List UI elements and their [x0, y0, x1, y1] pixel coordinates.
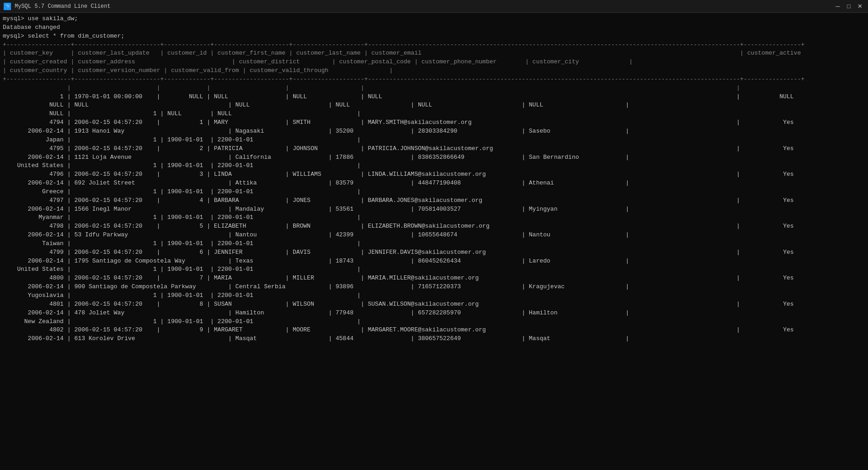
terminal-line: United States | 1 | 1900-01-01 | 2200-01…	[3, 265, 865, 274]
terminal-line: 4797 | 2006-02-15 04:57:20 | 4 | BARBARA…	[3, 196, 865, 205]
terminal-line: 4800 | 2006-02-15 04:57:20 | 7 | MARIA |…	[3, 274, 865, 283]
terminal-line: 2006-02-14 | 53 Idfu Parkway | Nantou | …	[3, 231, 865, 240]
terminal-line: 4796 | 2006-02-15 04:57:20 | 3 | LINDA |…	[3, 170, 865, 179]
terminal-line: 2006-02-14 | 478 Joliet Way | Hamilton |…	[3, 309, 865, 318]
terminal-line: Taiwan | 1 | 1900-01-01 | 2200-01-01 |	[3, 240, 865, 248]
terminal-line: 2006-02-14 | 1913 Hanoi Way | Nagasaki |…	[3, 127, 865, 136]
terminal-line: New Zealand | 1 | 1900-01-01 | 2200-01-0…	[3, 318, 865, 326]
terminal-line: | customer_country | customer_version_nu…	[3, 67, 865, 75]
title-bar-left: 🐬 MySQL 5.7 Command Line Client	[4, 3, 111, 10]
terminal-line: 2006-02-14 | 613 Korolev Drive | Masqat …	[3, 335, 865, 343]
minimize-button[interactable]: ─	[833, 2, 842, 11]
terminal-line: Myanmar | 1 | 1900-01-01 | 2200-01-01 |	[3, 213, 865, 222]
terminal-line: 2006-02-14 | 692 Joliet Street | Attika …	[3, 179, 865, 188]
terminal-line: | customer_created | customer_address | …	[3, 58, 865, 67]
terminal-line: Japan | 1 | 1900-01-01 | 2200-01-01 |	[3, 136, 865, 145]
terminal-line: 4795 | 2006-02-15 04:57:20 | 2 | PATRICI…	[3, 145, 865, 153]
terminal-line: Greece | 1 | 1900-01-01 | 2200-01-01 |	[3, 188, 865, 196]
terminal-line: 4801 | 2006-02-15 04:57:20 | 8 | SUSAN |…	[3, 300, 865, 309]
terminal-line: 1 | 1970-01-01 00:00:00 | NULL | NULL | …	[3, 93, 865, 101]
terminal-output[interactable]: mysql> use sakila_dw;Database changedmys…	[0, 13, 868, 470]
terminal-line: NULL | NULL | NULL | NULL | NULL | NULL …	[3, 101, 865, 110]
terminal-line: 2006-02-14 | 1566 Inegl Manor | Mandalay…	[3, 205, 865, 214]
terminal-line: 2006-02-14 | 1795 Santiago de Compostela…	[3, 257, 865, 266]
terminal-line: +------------------+--------------------…	[3, 41, 865, 50]
app-icon: 🐬	[4, 3, 11, 10]
terminal-line: +------------------+--------------------…	[3, 75, 865, 84]
close-button[interactable]: ✕	[855, 2, 864, 11]
terminal-line: United States | 1 | 1900-01-01 | 2200-01…	[3, 162, 865, 170]
window-controls: ─ □ ✕	[833, 2, 864, 11]
terminal-line: Database changed	[3, 23, 865, 32]
title-bar: 🐬 MySQL 5.7 Command Line Client ─ □ ✕	[0, 0, 868, 13]
terminal-line: 2006-02-14 | 1121 Loja Avenue | Californ…	[3, 153, 865, 162]
terminal-line: NULL | 1 | NULL | NULL |	[3, 110, 865, 118]
terminal-line: Yugoslavia | 1 | 1900-01-01 | 2200-01-01…	[3, 291, 865, 300]
terminal-line: | | | | | |	[3, 84, 865, 93]
window-title: MySQL 5.7 Command Line Client	[15, 3, 111, 10]
terminal-line: 4798 | 2006-02-15 04:57:20 | 5 | ELIZABE…	[3, 222, 865, 231]
terminal-line: 2006-02-14 | 900 Santiago de Compostela …	[3, 283, 865, 291]
terminal-line: mysql> select * from dim_customer;	[3, 32, 865, 41]
terminal-line: 4802 | 2006-02-15 04:57:20 | 9 | MARGARE…	[3, 326, 865, 335]
terminal-line: | customer_key | customer_last_update | …	[3, 49, 865, 58]
terminal-line: 4794 | 2006-02-15 04:57:20 | 1 | MARY | …	[3, 118, 865, 127]
terminal-line: 4799 | 2006-02-15 04:57:20 | 6 | JENNIFE…	[3, 248, 865, 257]
maximize-button[interactable]: □	[844, 2, 853, 11]
main-window: 🐬 MySQL 5.7 Command Line Client ─ □ ✕ my…	[0, 0, 868, 470]
terminal-line: mysql> use sakila_dw;	[3, 15, 865, 23]
